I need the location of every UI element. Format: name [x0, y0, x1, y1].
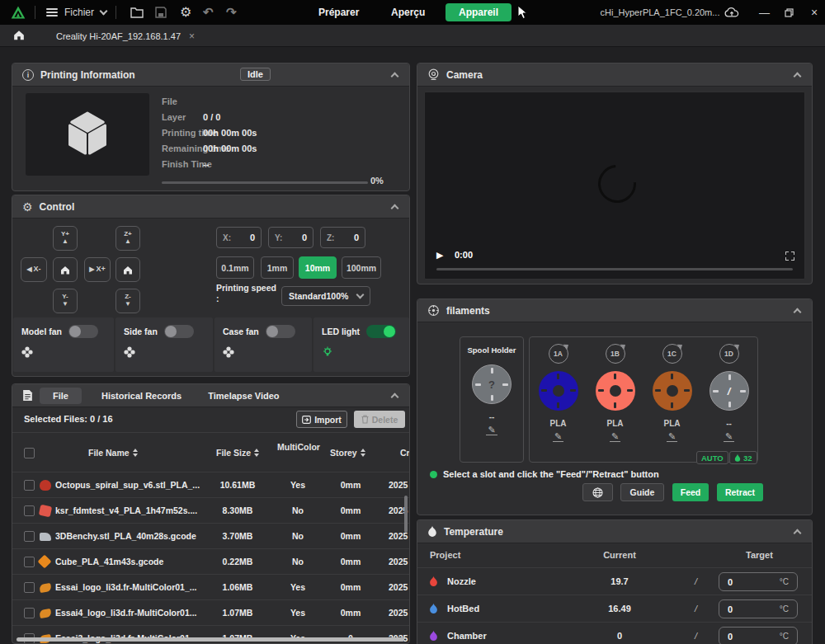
side-fan-toggle[interactable]	[164, 325, 194, 338]
spool-1b[interactable]	[596, 371, 635, 411]
filaments-panel: filaments Spool Holder ? -- ✎ 1A PLA ✎ 1…	[417, 298, 813, 515]
jog-z-minus-button[interactable]: Z-▼	[116, 289, 140, 313]
cloud-upload-button[interactable]	[724, 0, 739, 25]
printing-speed-value: Standard100%	[289, 291, 348, 301]
step-100mm-button[interactable]: 100mm	[342, 256, 381, 279]
spool-holder-card[interactable]: Spool Holder ? -- ✎	[460, 336, 524, 463]
edit-icon[interactable]: ✎	[724, 431, 734, 442]
feed-button[interactable]: Feed	[672, 483, 709, 501]
edit-icon[interactable]: ✎	[610, 431, 620, 442]
filament-slot-1c[interactable]: 1C PLA ✎	[653, 344, 692, 462]
jog-x-minus-button[interactable]: ◀X-	[21, 257, 47, 282]
chamber-target-input[interactable]	[728, 632, 769, 642]
network-button[interactable]	[582, 483, 613, 501]
column-multicolor[interactable]: MultiColor	[276, 442, 322, 454]
tab-device[interactable]: Appareil	[446, 3, 512, 21]
save-button[interactable]	[155, 0, 167, 25]
collapse-chevron-icon[interactable]	[391, 73, 399, 81]
redo-button[interactable]: ↷	[226, 0, 237, 25]
filament-slot-1a[interactable]: 1A PLA ✎	[539, 344, 578, 462]
row-checkbox[interactable]	[24, 608, 35, 618]
column-created[interactable]: Cr	[400, 448, 410, 458]
column-file-name[interactable]: File Name	[88, 448, 138, 458]
temperature-header[interactable]: Temperature	[417, 520, 812, 543]
edit-icon[interactable]: ✎	[486, 425, 497, 435]
fullscreen-icon[interactable]	[785, 251, 794, 261]
row-checkbox[interactable]	[24, 557, 35, 567]
play-button[interactable]: ▶	[436, 250, 443, 261]
home-xy-button[interactable]	[53, 257, 78, 282]
led-light-toggle[interactable]	[366, 325, 396, 338]
open-file-button[interactable]	[130, 0, 144, 25]
tab-preview[interactable]: Aperçu	[391, 0, 425, 25]
step-0-1mm-button[interactable]: 0.1mm	[216, 256, 254, 279]
delete-button[interactable]: Delete	[354, 411, 405, 428]
table-row[interactable]: Essai_logo_li3d.fr-MultiColor01_... 1.06…	[12, 574, 409, 599]
undo-button[interactable]: ↶	[203, 0, 214, 25]
collapse-chevron-icon[interactable]	[391, 204, 399, 213]
spool-1c[interactable]	[653, 371, 692, 411]
collapse-chevron-icon[interactable]	[794, 529, 802, 538]
collapse-chevron-icon[interactable]	[391, 393, 399, 402]
column-storey[interactable]: Storey	[330, 448, 365, 458]
horizontal-scrollbar[interactable]	[16, 637, 404, 642]
spool-holder-spool[interactable]: ?	[472, 364, 512, 404]
jog-y-plus-button[interactable]: Y+▲	[53, 226, 78, 251]
hotbed-target-input[interactable]	[728, 604, 769, 614]
jog-y-minus-button[interactable]: Y-▼	[53, 289, 78, 313]
control-header[interactable]: ⚙ Control	[12, 195, 409, 219]
jog-x-plus-button[interactable]: ▶X+	[84, 257, 111, 282]
filaments-header[interactable]: filaments	[417, 299, 812, 322]
table-row[interactable]: Essai4_logo_li3d.fr-MultiColor01... 1.07…	[12, 599, 409, 625]
restore-button[interactable]	[785, 0, 794, 25]
settings-button[interactable]: ⚙	[180, 0, 191, 25]
model-fan-toggle[interactable]	[68, 325, 98, 338]
collapse-chevron-icon[interactable]	[794, 73, 802, 81]
table-row[interactable]: Octopus_spiral_sup_v6.stl_PLA_... 10.61M…	[12, 472, 409, 497]
close-button[interactable]: ×	[811, 0, 818, 25]
unit-label: °C	[780, 604, 789, 613]
video-timeline[interactable]	[436, 268, 793, 270]
filament-slot-1b[interactable]: 1B PLA ✎	[596, 344, 635, 462]
spool-1d[interactable]: /	[710, 371, 749, 411]
retract-button[interactable]: Retract	[717, 483, 763, 501]
tab-timelapse-video[interactable]: Timelapse Video	[195, 388, 292, 404]
guide-button[interactable]: Guide	[620, 483, 664, 501]
table-row[interactable]: Cube_PLA_41m43s.gcode 0.22MB No 0mm 2025	[12, 548, 409, 574]
table-row[interactable]: 3DBenchy.stl_PLA_40m28s.gcode 3.70MB No …	[12, 523, 409, 548]
table-row[interactable]: ksr_fdmtest_v4_PLA_1h47m52s.... 8.30MB N…	[12, 497, 409, 523]
tab-close-icon[interactable]: ×	[189, 31, 195, 42]
step-10mm-button[interactable]: 10mm	[299, 256, 337, 279]
edit-icon[interactable]: ✎	[553, 431, 563, 442]
collapse-chevron-icon[interactable]	[794, 308, 802, 317]
tab-file[interactable]: File	[40, 388, 82, 404]
row-checkbox[interactable]	[24, 531, 35, 542]
tab-prepare[interactable]: Préparer	[318, 0, 359, 25]
vertical-scrollbar[interactable]	[404, 496, 408, 533]
row-checkbox[interactable]	[24, 582, 35, 593]
column-file-size[interactable]: File Size	[216, 448, 259, 458]
step-1mm-button[interactable]: 1mm	[261, 256, 294, 279]
row-checkbox[interactable]	[24, 480, 35, 491]
printing-information-header[interactable]: i Printing Information Idle	[12, 63, 409, 87]
home-z-button[interactable]	[116, 257, 140, 282]
spool-1a[interactable]	[539, 371, 578, 411]
case-fan-toggle[interactable]	[266, 325, 295, 338]
edit-icon[interactable]: ✎	[667, 431, 677, 442]
camera-header[interactable]: Camera	[417, 63, 812, 87]
column-target: Target	[746, 550, 773, 560]
file-menu[interactable]: Fichier	[46, 0, 106, 25]
home-tab-button[interactable]	[13, 30, 25, 40]
filament-slot-1d[interactable]: 1D / -- ✎	[710, 344, 749, 462]
device-tab[interactable]: Creality Hi-20AF_192.168.1.47 ×	[48, 25, 203, 47]
tab-historical-records[interactable]: Historical Records	[88, 388, 195, 404]
jog-z-plus-button[interactable]: Z+▲	[116, 226, 140, 251]
select-all-checkbox[interactable]	[24, 448, 35, 458]
camera-video[interactable]: ▶ 0:00	[424, 92, 805, 280]
printing-speed-select[interactable]: Standard100%	[281, 286, 370, 306]
temperature-title: Temperature	[444, 526, 503, 538]
nozzle-target-input[interactable]	[728, 577, 769, 587]
minimize-button[interactable]: —	[759, 0, 770, 25]
row-checkbox[interactable]	[24, 505, 35, 516]
import-button[interactable]: Import	[296, 411, 347, 428]
